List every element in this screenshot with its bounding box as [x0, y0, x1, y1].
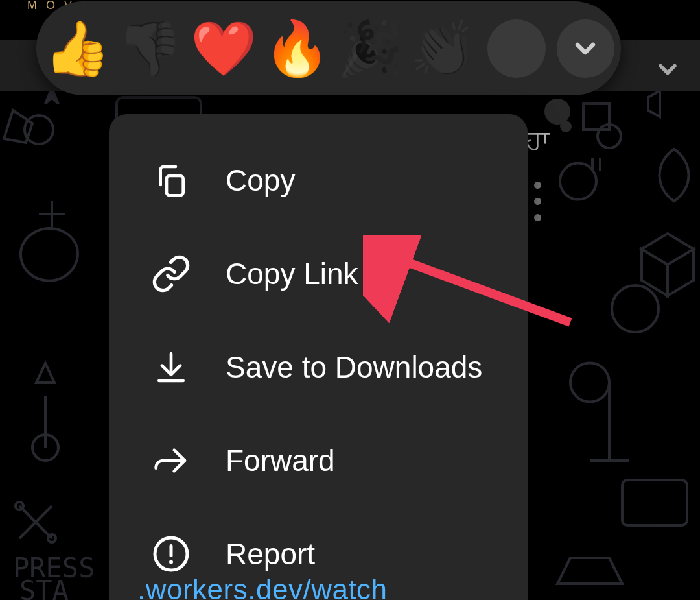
- svg-text:STA: STA: [19, 575, 69, 600]
- more-reactions-button[interactable]: [557, 19, 614, 78]
- chevron-down-icon[interactable]: [653, 55, 682, 86]
- menu-item-label: Forward: [226, 443, 335, 478]
- svg-rect-3: [622, 480, 687, 525]
- svg-rect-8: [167, 176, 183, 195]
- reaction-thumbs-up[interactable]: 👍: [43, 14, 112, 84]
- menu-item-label: Copy: [226, 163, 295, 198]
- menu-item-copy-link[interactable]: Copy Link: [109, 227, 528, 320]
- message-more-icon[interactable]: [534, 182, 541, 221]
- background-chat-glyph: ਹਾ: [525, 126, 550, 157]
- reactions-bar: 👍 👎 ❤️ 🔥 🎉 👏: [36, 1, 621, 95]
- alert-icon: [145, 534, 197, 573]
- copy-icon: [145, 162, 197, 198]
- svg-point-12: [169, 560, 173, 564]
- forward-icon: [145, 442, 197, 479]
- link-icon: [145, 254, 197, 294]
- menu-item-label: Report: [226, 536, 315, 571]
- menu-item-label: Copy Link: [226, 256, 358, 291]
- reaction-thumbs-down[interactable]: 👎: [116, 14, 185, 84]
- reaction-heart[interactable]: ❤️: [189, 14, 259, 84]
- reaction-placeholder[interactable]: [482, 14, 552, 84]
- reaction-fire[interactable]: 🔥: [262, 14, 332, 84]
- menu-item-label: Save to Downloads: [226, 350, 482, 385]
- menu-item-forward[interactable]: Forward: [109, 414, 528, 507]
- chat-link-snippet[interactable]: .workers.dev/watch: [137, 573, 388, 600]
- message-context-menu: Copy Copy Link Save to Downloads Forward…: [109, 114, 528, 600]
- menu-item-copy[interactable]: Copy: [109, 134, 528, 227]
- menu-item-save-downloads[interactable]: Save to Downloads: [109, 320, 528, 414]
- chevron-down-icon: [570, 33, 601, 64]
- reaction-clap[interactable]: 👏: [409, 14, 478, 84]
- download-icon: [145, 349, 197, 385]
- reaction-party[interactable]: 🎉: [336, 14, 405, 84]
